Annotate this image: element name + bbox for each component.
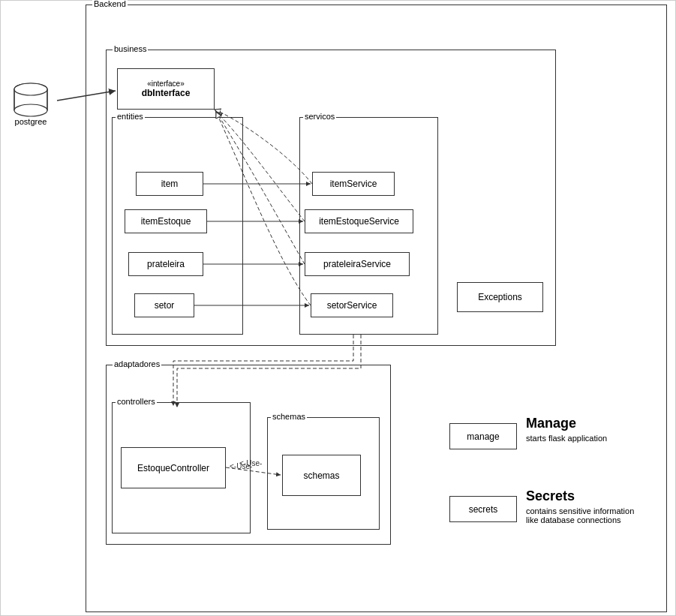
adaptadores-label: adaptadores (113, 359, 161, 368)
estoquecontroller-label: EstoqueController (137, 463, 209, 473)
manage-title: Manage (526, 416, 607, 431)
secrets-title: Secrets (526, 488, 634, 504)
servicos-label: servicos (303, 112, 336, 121)
exceptions-box: Exceptions (457, 282, 543, 312)
dbinterface-box: «interface» dbInterface (117, 68, 215, 110)
prateleira-label: prateleira (147, 259, 185, 269)
dbinterface-stereotype: «interface» (147, 80, 184, 88)
setorservice-label: setorService (327, 300, 377, 311)
secrets-desc: contains sensitive information like data… (526, 506, 634, 524)
itemestoque-label: itemEstoque (141, 216, 191, 227)
schemas-box: schemas (282, 455, 361, 496)
schemas-label: schemas (303, 470, 339, 481)
itemservice-box: itemService (312, 172, 395, 196)
postgres-label: postgree (15, 117, 47, 126)
postgres-box: postgree (5, 80, 57, 128)
item-label: item (161, 179, 179, 189)
item-box: item (136, 172, 203, 196)
secrets-annotation: Secrets contains sensitive information l… (526, 488, 634, 524)
exceptions-label: Exceptions (478, 292, 522, 302)
itemservice-label: itemService (330, 179, 377, 189)
backend-label: Backend (92, 0, 128, 8)
itemestoqueservice-label: itemEstoqueService (319, 216, 399, 227)
setor-box: setor (134, 293, 194, 317)
itemestoqueservice-box: itemEstoqueService (305, 209, 413, 233)
manage-desc: starts flask application (526, 434, 607, 443)
use-label: <-Use- (230, 462, 252, 470)
business-label: business (113, 44, 148, 53)
svg-point-5 (14, 83, 47, 95)
secrets-box: secrets (449, 496, 517, 522)
prateleiraservice-box: prateleiraService (305, 252, 410, 276)
setorservice-box: setorService (311, 293, 393, 317)
itemestoque-box: itemEstoque (125, 209, 207, 233)
schemas-section-label: schemas (271, 412, 307, 421)
setor-label: setor (155, 300, 175, 311)
svg-point-4 (14, 104, 47, 116)
manage-annotation: Manage starts flask application (526, 416, 607, 443)
estoquecontroller-box: EstoqueController (121, 447, 226, 488)
prateleiraservice-label: prateleiraService (323, 259, 391, 269)
entities-label: entities (116, 112, 145, 121)
manage-box: manage (449, 423, 517, 449)
controllers-label: controllers (116, 397, 157, 406)
prateleira-box: prateleira (128, 252, 203, 276)
dbinterface-label: dbInterface (142, 88, 191, 98)
secrets-label: secrets (469, 504, 498, 515)
manage-label: manage (467, 431, 499, 442)
